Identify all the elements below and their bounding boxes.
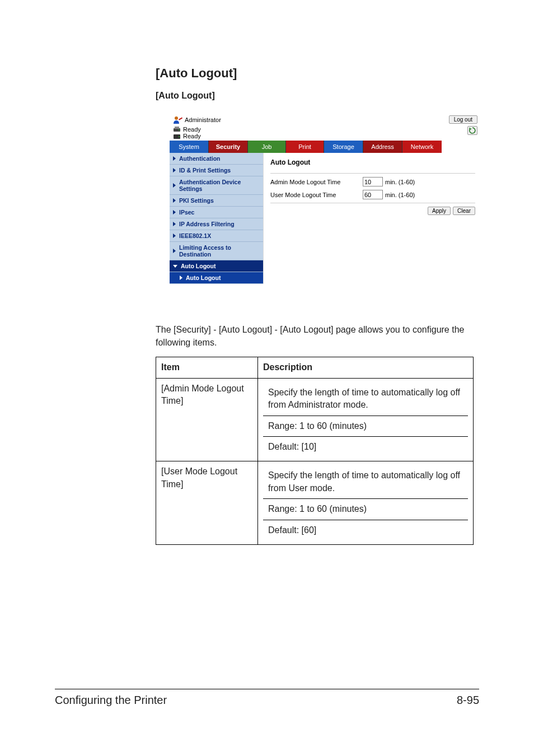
- tab-network[interactable]: Network: [402, 141, 442, 153]
- svg-point-4: [179, 129, 180, 130]
- content-title: Auto Logout: [270, 158, 475, 166]
- sidebar: Authentication ID & Print Settings Authe…: [170, 153, 264, 284]
- sidebar-item-pki[interactable]: PKI Settings: [170, 195, 263, 207]
- desc-range: Range: 1 to 60 (minutes): [263, 416, 468, 436]
- sidebar-item-label: IEEE802.1X: [179, 232, 211, 239]
- tab-security[interactable]: Security: [209, 141, 248, 153]
- sidebar-item-id-print[interactable]: ID & Print Settings: [170, 165, 263, 176]
- sidebar-item-label: Authentication Device Settings: [179, 179, 260, 192]
- sidebar-item-label: Limiting Access to Destination: [179, 244, 260, 258]
- refresh-icon: [469, 127, 476, 134]
- status-area: Ready Ready: [170, 125, 481, 141]
- content-panel: Auto Logout Admin Mode Logout Time min. …: [264, 153, 481, 284]
- device-status: Ready: [173, 133, 201, 139]
- header-item: Item: [156, 357, 258, 378]
- sidebar-item-label: ID & Print Settings: [179, 167, 231, 174]
- printer-ready-text: Ready: [183, 126, 201, 133]
- sidebar-item-ieee8021x[interactable]: IEEE802.1X: [170, 230, 263, 242]
- app-header: Administrator Log out: [170, 113, 481, 125]
- tab-print[interactable]: Print: [286, 141, 324, 153]
- svg-rect-1: [179, 117, 182, 120]
- settings-table: Item Description [Admin Mode Logout Time…: [156, 357, 474, 545]
- footer-title: Configuring the Printer: [55, 694, 167, 707]
- sidebar-item-auth-device[interactable]: Authentication Device Settings: [170, 176, 263, 195]
- divider: [270, 173, 475, 174]
- refresh-button[interactable]: [467, 126, 477, 135]
- page-footer: Configuring the Printer 8-95: [55, 689, 479, 707]
- sidebar-item-label: IP Address Filtering: [179, 221, 235, 227]
- sidebar-item-limit-destination[interactable]: Limiting Access to Destination: [170, 242, 263, 260]
- svg-point-0: [175, 116, 178, 120]
- apply-button[interactable]: Apply: [428, 207, 451, 215]
- header-description: Description: [258, 357, 474, 378]
- printer-status: Ready: [173, 126, 201, 133]
- desc-default: Default: [10]: [263, 436, 468, 457]
- desc-cell: Specify the length of time to automatica…: [258, 378, 474, 461]
- device-icon: [173, 133, 181, 139]
- desc-text: Specify the length of time to automatica…: [263, 382, 468, 416]
- sidebar-item-label: Authentication: [179, 155, 221, 162]
- admin-logout-input[interactable]: [363, 177, 383, 186]
- admin-label: Administrator: [173, 116, 221, 124]
- sidebar-item-auto-logout[interactable]: Auto Logout: [170, 272, 263, 284]
- table-row: [User Mode Logout Time] Specify the leng…: [156, 461, 474, 545]
- user-logout-unit: min. (1-60): [385, 192, 415, 198]
- tab-storage[interactable]: Storage: [324, 141, 363, 153]
- page-description: The [Security] - [Auto Logout] - [Auto L…: [156, 323, 474, 349]
- sidebar-item-label: IPsec: [179, 209, 194, 216]
- tab-address[interactable]: Address: [363, 141, 402, 153]
- printer-icon: [173, 126, 181, 133]
- svg-rect-3: [175, 127, 179, 129]
- user-logout-input[interactable]: [363, 190, 383, 199]
- sidebar-item-ip-filtering[interactable]: IP Address Filtering: [170, 218, 263, 230]
- device-ready-text: Ready: [183, 133, 201, 139]
- sidebar-item-label: Auto Logout: [181, 263, 216, 269]
- admin-logout-row: Admin Mode Logout Time min. (1-60): [270, 177, 475, 186]
- item-cell: [User Mode Logout Time]: [156, 461, 258, 545]
- user-logout-label: User Mode Logout Time: [270, 192, 363, 198]
- admin-text: Administrator: [185, 116, 221, 123]
- section-heading: [Auto Logout]: [156, 66, 479, 81]
- tab-job[interactable]: Job: [248, 141, 286, 153]
- sidebar-item-ipsec[interactable]: IPsec: [170, 207, 263, 218]
- tab-bar: System Security Job Print Storage Addres…: [170, 141, 481, 153]
- desc-range: Range: 1 to 60 (minutes): [263, 498, 468, 519]
- item-cell: [Admin Mode Logout Time]: [156, 378, 258, 461]
- table-header-row: Item Description: [156, 357, 474, 378]
- admin-logout-unit: min. (1-60): [385, 179, 415, 185]
- logout-button[interactable]: Log out: [449, 115, 477, 124]
- clear-button[interactable]: Clear: [453, 207, 475, 215]
- desc-text: Specify the length of time to automatica…: [263, 465, 468, 498]
- tab-system[interactable]: System: [170, 141, 209, 153]
- admin-icon: [173, 116, 183, 124]
- sidebar-item-label: Auto Logout: [186, 274, 221, 281]
- desc-default: Default: [60]: [263, 520, 468, 540]
- table-row: [Admin Mode Logout Time] Specify the len…: [156, 378, 474, 461]
- footer-page-number: 8-95: [457, 694, 479, 707]
- user-logout-row: User Mode Logout Time min. (1-60): [270, 190, 475, 199]
- divider: [270, 203, 475, 203]
- admin-logout-label: Admin Mode Logout Time: [270, 179, 363, 185]
- sub-heading: [Auto Logout]: [156, 91, 479, 101]
- web-app-screenshot: Administrator Log out Ready: [170, 113, 481, 284]
- sidebar-section-auto-logout[interactable]: Auto Logout: [170, 260, 263, 272]
- desc-cell: Specify the length of time to automatica…: [258, 461, 474, 545]
- svg-point-6: [179, 136, 180, 137]
- sidebar-item-label: PKI Settings: [179, 197, 214, 204]
- sidebar-item-authentication[interactable]: Authentication: [170, 153, 263, 165]
